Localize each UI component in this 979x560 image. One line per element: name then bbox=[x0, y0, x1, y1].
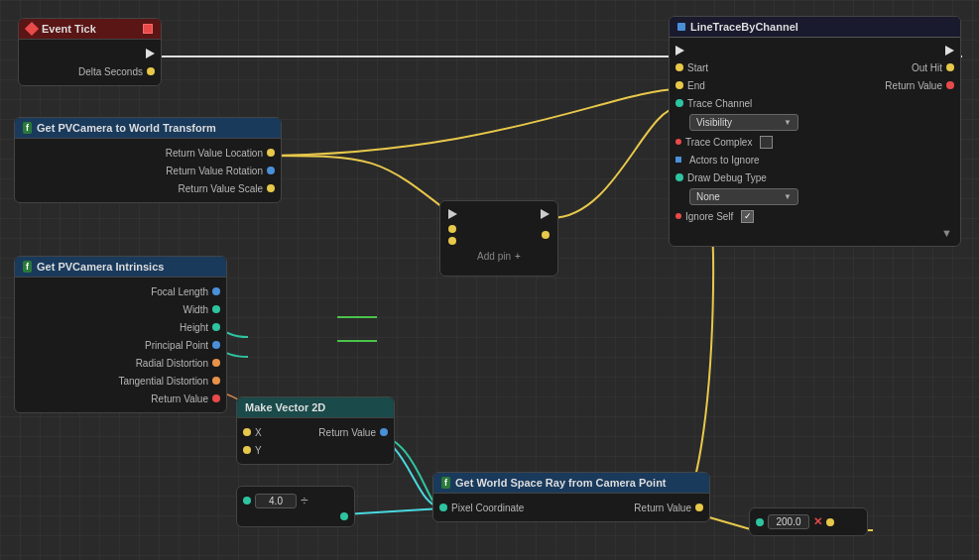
line-trace-icon bbox=[677, 23, 685, 31]
add-pin-in1[interactable] bbox=[448, 225, 456, 233]
focal-length-row: Focal Length bbox=[15, 282, 226, 300]
width-pin[interactable] bbox=[212, 305, 220, 313]
make-vector-title: Make Vector 2D bbox=[245, 401, 325, 413]
add-pin-out[interactable] bbox=[542, 231, 550, 239]
delta-seconds-label: Delta Seconds bbox=[78, 66, 143, 77]
divide-out-pin[interactable] bbox=[340, 512, 348, 520]
value-200-row: 200.0 ✕ bbox=[756, 514, 861, 529]
return-rotation-row: Return Value Rotation bbox=[15, 162, 281, 179]
world-ray-body: Pixel Coordinate Return Value bbox=[433, 494, 709, 521]
event-tick-title: Event Tick bbox=[42, 23, 96, 35]
tangential-distortion-label: Tangential Distortion bbox=[118, 376, 208, 387]
trace-channel-dropdown-area: Visibility ▼ bbox=[670, 112, 960, 133]
function-icon2: f bbox=[23, 261, 32, 273]
add-pin-exec-row bbox=[448, 209, 550, 219]
node-add-pin: Add pin + bbox=[439, 200, 558, 277]
event-tick-indicator bbox=[143, 24, 153, 34]
end-left: End bbox=[675, 80, 705, 91]
dropdown-arrow2: ▼ bbox=[784, 192, 792, 201]
trace-channel-pin[interactable] bbox=[675, 99, 683, 107]
draw-debug-pin[interactable] bbox=[675, 173, 683, 181]
trace-channel-value: Visibility bbox=[696, 117, 732, 128]
actors-ignore-label: Actors to Ignore bbox=[689, 155, 760, 166]
return-right: Return Value bbox=[885, 80, 954, 91]
node-event-tick: Event Tick Delta Seconds bbox=[18, 18, 162, 86]
function-icon: f bbox=[23, 122, 32, 134]
node-value-200: 200.0 ✕ bbox=[749, 507, 868, 536]
camera-transform-title: Get PVCamera to World Transform bbox=[37, 122, 216, 134]
scroll-down[interactable]: ▼ bbox=[670, 225, 960, 241]
trace-complex-pin[interactable] bbox=[675, 139, 681, 145]
camera-transform-header: f Get PVCamera to World Transform bbox=[15, 118, 281, 139]
principal-point-pin[interactable] bbox=[212, 341, 220, 349]
radial-distortion-label: Radial Distortion bbox=[136, 358, 208, 369]
draw-debug-dropdown[interactable]: None ▼ bbox=[689, 188, 798, 205]
ray-return-pin[interactable] bbox=[695, 504, 703, 511]
ray-return-right: Return Value bbox=[634, 503, 703, 513]
tangential-distortion-row: Tangential Distortion bbox=[15, 372, 226, 390]
return-location-pin[interactable] bbox=[267, 149, 275, 157]
pixel-label: Pixel Coordinate bbox=[451, 503, 524, 513]
trace-complex-row: Trace Complex bbox=[670, 133, 960, 151]
return-location-row: Return Value Location bbox=[15, 144, 281, 162]
pixel-pin[interactable] bbox=[439, 504, 447, 511]
actors-ignore-row: Actors to Ignore bbox=[670, 151, 960, 168]
focal-length-pin[interactable] bbox=[212, 287, 220, 295]
trace-channel-dropdown[interactable]: Visibility ▼ bbox=[689, 114, 798, 131]
tangential-distortion-pin[interactable] bbox=[212, 377, 220, 385]
v200-in-pin[interactable] bbox=[756, 518, 764, 526]
x-pin[interactable] bbox=[243, 428, 251, 436]
return-value-pin[interactable] bbox=[946, 81, 954, 89]
node-divide: 4.0 ÷ bbox=[236, 486, 355, 527]
return-scale-label: Return Value Scale bbox=[179, 183, 263, 194]
height-pin[interactable] bbox=[212, 323, 220, 331]
add-pin-symbol: + bbox=[515, 251, 521, 262]
add-pin-inputs bbox=[448, 225, 456, 245]
return-scale-pin[interactable] bbox=[267, 184, 275, 192]
exec-out-pin[interactable] bbox=[146, 49, 155, 58]
node-get-world-ray: f Get World Space Ray from Camera Point … bbox=[432, 472, 710, 522]
add-pin-in2[interactable] bbox=[448, 237, 456, 245]
divide-in-pin[interactable] bbox=[243, 497, 251, 504]
camera-intrinsics-body: Focal Length Width Height Principal Poin… bbox=[15, 278, 226, 412]
draw-debug-row: Draw Debug Type bbox=[670, 168, 960, 186]
start-outhit-row: Start Out Hit bbox=[670, 58, 960, 76]
start-pin[interactable] bbox=[675, 63, 683, 71]
add-pin-label-area[interactable]: Add pin + bbox=[448, 245, 550, 268]
start-label: Start bbox=[687, 62, 708, 73]
vector-return-pin[interactable] bbox=[380, 428, 388, 436]
line-trace-exec-in[interactable] bbox=[675, 46, 684, 56]
close-icon[interactable]: ✕ bbox=[813, 515, 822, 528]
principal-point-row: Principal Point bbox=[15, 336, 226, 354]
v200-field[interactable]: 200.0 bbox=[768, 514, 809, 529]
return-scale-row: Return Value Scale bbox=[15, 179, 281, 197]
camera-intrinsics-title: Get PVCamera Intrinsics bbox=[37, 261, 164, 273]
line-trace-exec-row bbox=[670, 43, 960, 58]
camera-transform-body: Return Value Location Return Value Rotat… bbox=[15, 139, 281, 202]
add-pin-exec-out[interactable] bbox=[541, 209, 550, 219]
node-get-camera-intrinsics: f Get PVCamera Intrinsics Focal Length W… bbox=[14, 256, 227, 413]
event-tick-body: Delta Seconds bbox=[19, 40, 161, 85]
return-rotation-pin[interactable] bbox=[267, 167, 275, 174]
ignore-self-pin[interactable] bbox=[675, 213, 681, 219]
out-hit-pin[interactable] bbox=[946, 63, 954, 71]
y-pin[interactable] bbox=[243, 446, 251, 454]
divide-value[interactable]: 4.0 bbox=[255, 494, 297, 508]
v200-out-pin[interactable] bbox=[826, 518, 834, 526]
ignore-self-checkbox[interactable]: ✓ bbox=[741, 210, 754, 223]
end-pin[interactable] bbox=[675, 81, 683, 89]
node-get-camera-transform: f Get PVCamera to World Transform Return… bbox=[14, 117, 282, 203]
trace-complex-checkbox[interactable] bbox=[760, 136, 773, 149]
principal-point-label: Principal Point bbox=[145, 340, 208, 351]
event-tick-header: Event Tick bbox=[19, 19, 161, 40]
line-trace-exec-out[interactable] bbox=[945, 46, 954, 56]
delta-seconds-pin[interactable] bbox=[147, 67, 155, 75]
line-trace-title: LineTraceByChannel bbox=[690, 21, 798, 33]
radial-distortion-pin[interactable] bbox=[212, 359, 220, 367]
add-pin-exec-in[interactable] bbox=[448, 209, 457, 219]
draw-debug-value: None bbox=[696, 191, 720, 202]
intrinsics-return-pin[interactable] bbox=[212, 394, 220, 402]
divide-symbol: ÷ bbox=[301, 493, 308, 508]
divide-body: 4.0 ÷ bbox=[237, 487, 354, 526]
out-hit-label: Out Hit bbox=[912, 62, 942, 73]
